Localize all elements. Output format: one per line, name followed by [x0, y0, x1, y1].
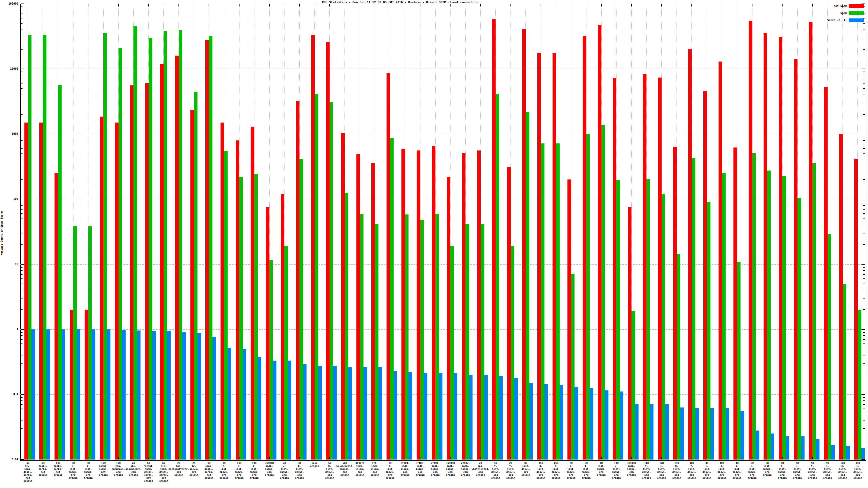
x-tick-top [360, 4, 360, 6]
x-tick-top [480, 4, 481, 6]
x-tick-top [601, 4, 601, 6]
bar-spam [541, 143, 545, 459]
y-tick-label: 10000 [3, 67, 18, 70]
x-tick-top [239, 4, 240, 6]
y-major-tick [862, 69, 865, 69]
x-tick-top [722, 4, 722, 6]
bar-not-spam [145, 83, 149, 459]
bar-spam [616, 180, 620, 459]
y-minor-tick [863, 219, 865, 219]
bar-not-spam [658, 77, 661, 459]
bar-not-spam [130, 86, 133, 459]
bar-not-spam [522, 29, 526, 459]
x-tick-top [88, 4, 88, 6]
x-tick-label: 15@ 1. list. dnswl. org origin [843, 462, 868, 480]
y-minor-tick [21, 154, 23, 154]
y-minor-tick [863, 75, 865, 75]
y-minor-tick [863, 30, 865, 30]
y-major-tick [21, 134, 24, 134]
bar-not-spam [266, 207, 269, 459]
y-major-tick [862, 3, 865, 4]
bar-not-spam [764, 33, 767, 459]
y-minor-tick [863, 279, 865, 279]
bar-not-spam [115, 123, 119, 459]
y-minor-tick [863, 267, 865, 268]
y-tick-label: 0.1 [3, 393, 18, 396]
x-tick-bottom [752, 457, 752, 459]
x-tick-top [299, 4, 300, 6]
bar-spam [179, 30, 182, 459]
y-minor-tick [21, 148, 23, 149]
y-minor-tick [21, 349, 23, 349]
y-minor-tick [21, 160, 23, 160]
bar-not-spam [553, 53, 556, 459]
bar-not-spam [854, 159, 858, 459]
bar-not-spam [824, 87, 828, 459]
x-tick-top [812, 4, 813, 6]
x-tick-top [179, 4, 179, 6]
bar-not-spam [386, 73, 390, 459]
bar-spam [828, 234, 831, 459]
bar-spam [722, 173, 725, 459]
x-tick-top [28, 4, 28, 6]
bar-spam [88, 226, 92, 459]
legend: Not SpamSpamScore (0..1) [827, 4, 864, 26]
y-minor-tick [863, 95, 865, 95]
bar-not-spam [236, 140, 239, 459]
x-tick-bottom [601, 457, 601, 459]
y-minor-tick [863, 397, 865, 398]
x-tick-top [782, 4, 782, 6]
y-major-tick [862, 199, 865, 199]
y-minor-tick [21, 205, 23, 206]
y-minor-tick [863, 284, 865, 284]
y-minor-tick [21, 214, 23, 214]
x-tick-bottom [540, 457, 541, 459]
y-minor-tick [863, 179, 865, 180]
bar-not-spam [24, 123, 28, 459]
y-minor-tick [21, 209, 23, 209]
y-minor-tick [863, 88, 865, 89]
bar-spam [450, 246, 454, 459]
y-minor-tick [863, 154, 865, 154]
y-axis-label: Message Count or Spam Score [0, 204, 3, 263]
bar-not-spam [734, 148, 737, 459]
y-minor-tick [21, 339, 23, 340]
y-minor-tick [863, 290, 865, 290]
bar-spam [163, 31, 167, 459]
y-minor-tick [21, 168, 23, 168]
y-minor-tick [863, 335, 865, 336]
bar-score-0-1- [394, 371, 397, 459]
bar-score-0-1- [182, 332, 186, 459]
bar-spam [315, 94, 318, 459]
y-minor-tick [863, 400, 865, 401]
y-minor-tick [863, 103, 865, 103]
y-minor-tick [21, 420, 23, 421]
y-minor-tick [863, 168, 865, 168]
bar-spam [646, 179, 650, 459]
x-tick-bottom [148, 457, 149, 459]
y-minor-tick [21, 95, 23, 95]
bar-spam [661, 194, 665, 459]
legend-swatch [849, 11, 864, 15]
bar-spam [224, 151, 227, 459]
bar-score-0-1- [303, 364, 307, 459]
bar-score-0-1- [227, 348, 231, 459]
bar-not-spam [507, 167, 511, 459]
bar-score-0-1- [258, 357, 261, 459]
x-tick-bottom [571, 457, 571, 459]
bar-not-spam [401, 149, 405, 459]
y-minor-tick [21, 88, 23, 89]
bar-score-0-1- [454, 373, 457, 459]
y-minor-tick [863, 148, 865, 149]
x-tick-top [631, 4, 632, 6]
bar-score-0-1- [439, 373, 442, 459]
y-minor-tick [21, 404, 23, 405]
bar-not-spam [311, 35, 315, 459]
bar-spam [631, 311, 635, 459]
x-tick-bottom [88, 457, 88, 459]
x-tick-top [752, 4, 752, 6]
bar-spam [119, 48, 122, 459]
bar-score-0-1- [514, 378, 518, 459]
bar-score-0-1- [333, 366, 337, 459]
y-minor-tick [21, 409, 23, 409]
